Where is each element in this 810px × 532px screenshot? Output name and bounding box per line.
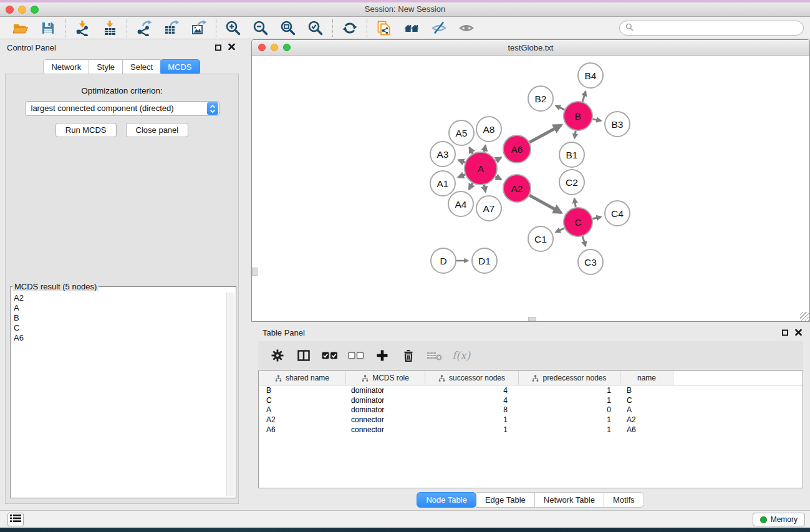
close-panel-button[interactable]: Close panel: [126, 123, 189, 137]
cell[interactable]: A2: [620, 415, 673, 424]
cell[interactable]: dominator: [346, 386, 425, 395]
result-scrollbar[interactable]: [226, 293, 234, 496]
cell[interactable]: A6: [620, 425, 673, 434]
node-table[interactable]: shared nameMCDS rolesuccessor nodesprede…: [258, 370, 803, 488]
edge-C-C4[interactable]: [592, 217, 600, 219]
table-row[interactable]: Cdominator41C: [259, 395, 803, 405]
edge-A-A6[interactable]: [496, 158, 501, 161]
export-network-button[interactable]: [135, 19, 153, 37]
edge-A2-C[interactable]: [529, 195, 561, 213]
cell[interactable]: A6: [259, 425, 346, 434]
result-item[interactable]: B: [14, 313, 224, 323]
result-item[interactable]: A: [14, 303, 224, 313]
cell[interactable]: 1: [519, 386, 620, 395]
edge-C-C1[interactable]: [556, 228, 564, 232]
column-header-MCDS-role[interactable]: MCDS role: [346, 371, 425, 385]
run-mcds-button[interactable]: Run MCDS: [55, 123, 117, 137]
left-splitter-handle[interactable]: [252, 268, 258, 276]
edge-C-C3[interactable]: [582, 236, 586, 246]
column-header-name[interactable]: name: [620, 371, 673, 385]
table-row[interactable]: Adominator80A: [259, 405, 803, 415]
table-row[interactable]: A2connector11A2: [259, 415, 803, 425]
tab-select[interactable]: Select: [123, 59, 161, 75]
app-titlebar[interactable]: Session: New Session: [0, 2, 810, 17]
cell[interactable]: dominator: [346, 396, 425, 405]
zoom-out-button[interactable]: [252, 19, 269, 37]
tab-network[interactable]: Network: [43, 59, 89, 75]
search-input[interactable]: [637, 22, 803, 34]
close-panel-icon[interactable]: [228, 43, 235, 52]
close-table-panel-icon[interactable]: [795, 328, 802, 337]
edge-A-A4[interactable]: [469, 183, 473, 190]
tab-edge-table[interactable]: Edge Table: [476, 492, 535, 508]
export-table-button[interactable]: [163, 19, 180, 37]
hide-panels-button[interactable]: [430, 19, 448, 37]
cell[interactable]: C: [620, 396, 673, 405]
import-network-button[interactable]: [74, 19, 91, 37]
result-item[interactable]: C: [14, 323, 224, 333]
network-window-titlebar[interactable]: testGlobe.txt: [252, 40, 809, 56]
edge-B-B1[interactable]: [574, 131, 576, 138]
edge-B-B2[interactable]: [556, 105, 564, 110]
delete-columns-button[interactable]: [400, 347, 417, 364]
result-item[interactable]: A2: [14, 293, 224, 303]
cell[interactable]: 0: [519, 405, 620, 414]
table-row[interactable]: A6connector11A6: [259, 425, 803, 435]
edge-A-A8[interactable]: [485, 146, 486, 152]
cell[interactable]: 1: [425, 425, 519, 434]
network-minimize-button[interactable]: [271, 44, 278, 51]
cell[interactable]: A2: [259, 415, 346, 424]
zoom-fit-button[interactable]: [279, 19, 297, 37]
cell[interactable]: 1: [519, 425, 620, 434]
float-panel-icon[interactable]: [215, 44, 221, 51]
edge-B-B3[interactable]: [593, 119, 601, 121]
memory-button[interactable]: Memory: [753, 513, 805, 526]
select-all-columns-button[interactable]: [321, 347, 338, 364]
edge-A-A2[interactable]: [496, 177, 501, 180]
table-row[interactable]: Bdominator41B: [259, 385, 803, 395]
home-view-button[interactable]: [403, 19, 420, 37]
tab-motifs[interactable]: Motifs: [604, 492, 644, 508]
task-history-button[interactable]: [7, 513, 24, 526]
edge-A-A1[interactable]: [458, 175, 465, 177]
network-from-file-button[interactable]: [375, 19, 393, 37]
unselect-all-columns-button[interactable]: [347, 347, 364, 364]
create-column-button[interactable]: [374, 347, 390, 364]
show-panels-button[interactable]: [458, 19, 475, 37]
resize-grip[interactable]: [800, 312, 809, 321]
tab-mcds[interactable]: MCDS: [160, 59, 200, 75]
minimize-window-button[interactable]: [18, 6, 26, 14]
cell[interactable]: 1: [519, 396, 620, 405]
open-file-button[interactable]: [12, 19, 29, 37]
edge-C-C2[interactable]: [574, 199, 576, 208]
zoom-in-button[interactable]: [224, 19, 242, 37]
refresh-view-button[interactable]: [341, 19, 359, 37]
cell[interactable]: 1: [425, 415, 519, 424]
import-table-button[interactable]: [101, 19, 118, 37]
export-image-button[interactable]: [190, 19, 208, 37]
zoom-selected-button[interactable]: [307, 19, 324, 37]
cell[interactable]: connector: [346, 425, 425, 434]
network-zoom-button[interactable]: [283, 44, 291, 51]
cell[interactable]: 1: [519, 415, 620, 424]
cell[interactable]: 8: [425, 405, 519, 414]
cell[interactable]: 4: [425, 386, 519, 395]
float-table-panel-icon[interactable]: [782, 330, 788, 336]
cell[interactable]: C: [259, 396, 346, 405]
cell[interactable]: dominator: [346, 405, 425, 414]
cell[interactable]: B: [259, 386, 346, 395]
table-settings-button[interactable]: [269, 347, 286, 364]
cell[interactable]: B: [620, 386, 673, 395]
criterion-select[interactable]: largest connected component (directed): [25, 101, 219, 116]
close-window-button[interactable]: [6, 6, 14, 14]
network-graph[interactable]: AA1A2A3A4A5A6A7A8BB1B2B3B4CC1C2C3C4DD1: [252, 56, 809, 321]
save-session-button[interactable]: [39, 19, 57, 37]
search-box[interactable]: [619, 21, 804, 36]
zoom-window-button[interactable]: [31, 6, 39, 14]
column-header-successor-nodes[interactable]: successor nodes: [425, 371, 519, 385]
cell[interactable]: A: [620, 405, 673, 414]
tab-node-table[interactable]: Node Table: [417, 492, 476, 508]
tab-network-table[interactable]: Network Table: [535, 492, 604, 508]
result-item[interactable]: A6: [14, 333, 224, 343]
tab-style[interactable]: Style: [89, 59, 123, 75]
